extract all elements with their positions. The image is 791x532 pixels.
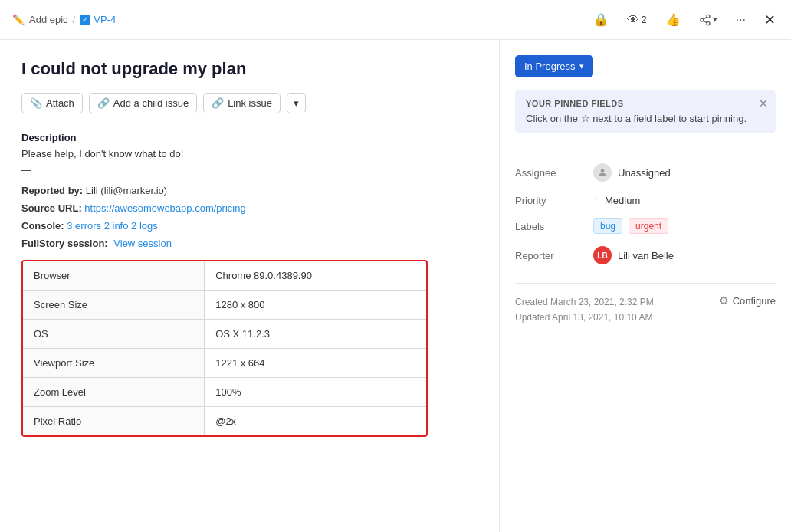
watch-count: 2 (641, 14, 646, 25)
more-actions-button[interactable]: ▾ (287, 93, 306, 113)
svg-point-1 (701, 18, 704, 21)
console-row: Console: 3 errors 2 info 2 logs (21, 220, 478, 232)
table-row: Viewport Size 1221 x 664 (23, 348, 426, 377)
reporter-row: Reporter LB Lili van Belle (515, 240, 776, 271)
reported-by-row: Reported by: Lili (lili@marker.io) (21, 185, 478, 196)
pinned-fields-banner: YOUR PINNED FIELDS Click on the ☆ next t… (515, 90, 776, 133)
table-cell-value: @2x (205, 406, 426, 435)
topbar-actions: 🔒 👁 2 👍 ▾ ··· ✕ (590, 8, 779, 31)
table-cell-value: Chrome 89.0.4389.90 (205, 261, 426, 291)
description-text: Please help, I don't know what to do! (21, 148, 478, 159)
attach-icon: 📎 (30, 97, 42, 109)
issue-title: I could not upgrade my plan (21, 58, 478, 80)
pinned-fields-title: YOUR PINNED FIELDS (526, 99, 765, 108)
status-label: In Progress (524, 61, 575, 72)
console-info-link[interactable]: 2 info (104, 220, 129, 232)
field-section: Assignee Unassigned Priority ↑ Medium La… (515, 146, 776, 271)
table-cell-key: Screen Size (23, 290, 205, 319)
assignee-label: Assignee (515, 167, 584, 179)
labels-value: bug urgent (593, 218, 668, 234)
breadcrumb: ✏️ Add epic / ✓ VP-4 (12, 14, 116, 25)
breadcrumb-separator: / (73, 14, 76, 25)
table-cell-value: 100% (205, 377, 426, 406)
table-cell-key: Browser (23, 261, 205, 291)
info-table: Browser Chrome 89.0.4389.90 Screen Size … (21, 260, 428, 437)
link-issue-button[interactable]: 🔗 Link issue (203, 93, 281, 113)
left-panel: I could not upgrade my plan 📎 Attach 🔗 A… (0, 40, 500, 532)
labels-row: Labels bug urgent (515, 212, 776, 240)
fullstory-link[interactable]: View session (113, 238, 172, 249)
updated-date: Updated April 13, 2021, 10:10 AM (515, 310, 654, 325)
fullstory-label: FullStory session: (21, 238, 110, 249)
labels-label: Labels (515, 221, 584, 232)
gear-icon: ⚙ (719, 294, 729, 307)
meta-footer: Created March 23, 2021, 2:32 PM Updated … (515, 283, 776, 326)
reporter-name: Lili van Belle (618, 250, 674, 261)
label-bug-tag[interactable]: bug (593, 218, 622, 234)
assignee-value[interactable]: Unassigned (593, 163, 671, 182)
assignee-row: Assignee Unassigned (515, 157, 776, 188)
watch-button[interactable]: 👁 2 (624, 10, 649, 30)
priority-row: Priority ↑ Medium (515, 188, 776, 212)
assignee-name: Unassigned (618, 167, 671, 179)
close-banner-button[interactable]: ✕ (759, 97, 768, 110)
vp-label: VP-4 (94, 14, 116, 25)
description-dash: — (21, 164, 478, 176)
table-cell-key: Pixel Ratio (23, 406, 205, 435)
reported-by-value: Lili (lili@marker.io) (86, 185, 167, 196)
priority-value[interactable]: ↑ Medium (593, 194, 640, 206)
assignee-avatar (593, 163, 612, 182)
svg-point-0 (707, 15, 710, 18)
source-url-row: Source URL: https://awesomewebapp.com/pr… (21, 202, 478, 214)
status-button[interactable]: In Progress ▾ (515, 55, 593, 77)
lock-button[interactable]: 🔒 (590, 9, 612, 30)
table-row: Pixel Ratio @2x (23, 406, 426, 435)
table-cell-key: OS (23, 319, 205, 348)
svg-line-3 (703, 21, 707, 23)
table-row: Zoom Level 100% (23, 377, 426, 406)
more-button[interactable]: ··· (733, 10, 749, 30)
description-label: Description (21, 132, 478, 143)
table-cell-value: OS X 11.2.3 (205, 319, 426, 348)
close-button[interactable]: ✕ (761, 8, 779, 31)
table-row: OS OS X 11.2.3 (23, 319, 426, 348)
attach-button[interactable]: 📎 Attach (21, 93, 83, 113)
table-row: Browser Chrome 89.0.4389.90 (23, 261, 426, 291)
table-cell-value: 1280 x 800 (205, 290, 426, 319)
topbar: ✏️ Add epic / ✓ VP-4 🔒 👁 2 👍 ▾ ··· ✕ (0, 0, 791, 40)
svg-line-4 (703, 17, 707, 19)
created-date: Created March 23, 2021, 2:32 PM (515, 294, 654, 310)
configure-button[interactable]: ⚙ Configure (719, 294, 776, 307)
link-issue-label: Link issue (228, 97, 272, 109)
share-button[interactable]: ▾ (696, 11, 720, 29)
add-child-issue-button[interactable]: 🔗 Add a child issue (89, 93, 197, 113)
table-row: Screen Size 1280 x 800 (23, 290, 426, 319)
console-logs-link[interactable]: 2 logs (131, 220, 158, 232)
table-cell-key: Viewport Size (23, 348, 205, 377)
pinned-fields-text: Click on the ☆ next to a field label to … (526, 113, 765, 124)
svg-point-5 (601, 169, 605, 172)
console-errors-link[interactable]: 3 errors (67, 220, 101, 232)
environment-table: Browser Chrome 89.0.4389.90 Screen Size … (23, 261, 426, 435)
table-cell-key: Zoom Level (23, 377, 205, 406)
priority-name: Medium (605, 195, 640, 206)
main-layout: I could not upgrade my plan 📎 Attach 🔗 A… (0, 40, 791, 532)
link-icon: 🔗 (212, 97, 224, 109)
configure-label: Configure (733, 295, 776, 307)
child-issue-icon: 🔗 (97, 97, 110, 109)
reported-by-label: Reported by: (21, 185, 86, 196)
child-issue-label: Add a child issue (113, 97, 189, 109)
vp-checkbox-icon: ✓ (80, 15, 90, 25)
svg-point-2 (707, 21, 710, 25)
pencil-icon: ✏️ (12, 14, 25, 25)
add-epic-link[interactable]: Add epic (29, 14, 68, 25)
action-bar: 📎 Attach 🔗 Add a child issue 🔗 Link issu… (21, 93, 478, 113)
reporter-label: Reporter (515, 250, 584, 261)
meta-dates: Created March 23, 2021, 2:32 PM Updated … (515, 294, 654, 326)
label-urgent-tag[interactable]: urgent (629, 218, 668, 234)
attach-label: Attach (46, 97, 74, 109)
thumbsup-button[interactable]: 👍 (662, 9, 684, 30)
source-url-label: Source URL: (21, 202, 84, 214)
vp-badge[interactable]: ✓ VP-4 (80, 14, 116, 25)
source-url-link[interactable]: https://awesomewebapp.com/pricing (84, 202, 245, 214)
